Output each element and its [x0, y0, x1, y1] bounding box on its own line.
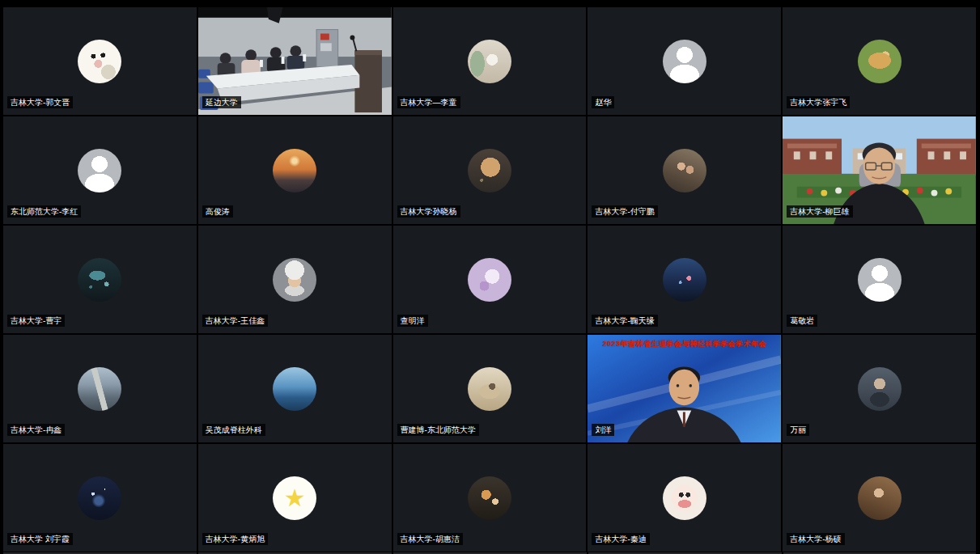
avatar-planet — [468, 149, 511, 192]
star-icon: ★ — [284, 486, 306, 510]
participant-name-label: 吉林大学-冉鑫 — [7, 424, 65, 436]
participant-name-label: 吴茂成脊柱外科 — [202, 424, 265, 436]
participant-name-label: 吉林大学-鞠天缘 — [592, 315, 657, 327]
avatar-shinchan-doodle — [663, 476, 706, 520]
blue-speaker-video-feed: 2023年吉林省生理学会与神经科学学会学术年会 — [588, 335, 781, 442]
participant-name-label: 吉林大学-杨硕 — [787, 533, 844, 545]
participant-tile[interactable]: 吉林大学-杨硕 — [783, 444, 976, 552]
avatar-photo-person — [858, 367, 902, 411]
participant-name-label: 吉林大学张宇飞 — [787, 96, 850, 108]
avatar-koi-pond — [78, 258, 121, 302]
participant-tile[interactable]: 葛敬岩 — [783, 226, 976, 333]
participant-tile[interactable]: 吉林大学—李童 — [393, 7, 587, 115]
avatar-road-photo — [78, 367, 121, 411]
participant-tile[interactable]: 吉林大学-王佳鑫 — [198, 226, 392, 333]
participant-tile[interactable]: 2023年吉林省生理学会与神经科学学会学术年会 刘洋 — [588, 335, 781, 442]
participant-tile[interactable]: 吉林大学孙晓杨 — [393, 116, 587, 224]
avatar-galaxy — [78, 476, 121, 520]
participant-tile[interactable]: 赵华 — [588, 7, 781, 115]
participant-name-label: 吉林大学-秦迪 — [592, 533, 649, 545]
participant-name-label: 吉林大学—李童 — [397, 96, 460, 108]
avatar-warm-photo — [858, 476, 902, 520]
participant-tile[interactable]: 吉林大学-付守鹏 — [588, 116, 781, 224]
participant-tile[interactable]: ★吉林大学-黄炳旭 — [198, 444, 392, 552]
avatar-default-silhouette — [663, 40, 706, 83]
participant-tile[interactable]: 延边大学 — [198, 7, 392, 115]
participant-tile[interactable]: 吉林大学-胡惠洁 — [393, 444, 587, 552]
meeting-window: 吉林大学-郭文晋 延边大学 吉林大学—李童 赵华 — [0, 0, 980, 554]
participant-tile[interactable]: 吉林大学张宇飞 — [783, 7, 976, 115]
participant-name-label: 曹建博-东北师范大学 — [397, 424, 479, 436]
participant-name-label: 吉林大学-黄炳旭 — [202, 533, 268, 545]
avatar-shiba-dog — [468, 476, 511, 520]
participant-tile[interactable]: 吉林大学 刘宇霞 — [3, 444, 197, 552]
participant-name-label: 高俊涛 — [202, 205, 233, 218]
avatar-anime-purple — [468, 258, 511, 302]
participant-name-label: 吉林大学-付守鹏 — [592, 205, 657, 218]
participant-name-label: 吉林大学-王佳鑫 — [202, 315, 268, 327]
avatar-corgi-grass — [858, 40, 902, 83]
avatar-cow-doodle — [78, 40, 121, 83]
avatar-default-silhouette — [78, 149, 121, 192]
participant-name-label: 延边大学 — [202, 96, 241, 108]
avatar-cartoon-grandpa — [273, 258, 316, 302]
participant-name-label: 查明洋 — [397, 315, 428, 327]
participant-name-label: 吉林大学-胡惠洁 — [397, 533, 463, 545]
participant-name-label: 吉林大学-曹宇 — [7, 315, 65, 327]
participant-tile[interactable]: 高俊涛 — [198, 116, 392, 224]
participant-tile[interactable]: 吉林大学-曹宇 — [3, 226, 197, 333]
participant-tile[interactable]: 吉 吉林大学-柳巨雄 — [783, 116, 976, 224]
participant-tile[interactable]: 万丽 — [783, 335, 976, 442]
avatar-default-silhouette — [858, 258, 902, 302]
participant-name-label: 东北师范大学-李红 — [7, 205, 81, 218]
participant-name-label: 吉林大学 刘宇霞 — [7, 533, 73, 545]
participant-tile[interactable]: 东北师范大学-李红 — [3, 116, 197, 224]
meeting-banner-text: 2023年吉林省生理学会与神经科学学会学术年会 — [588, 339, 781, 349]
participant-name-label: 吉林大学-郭文晋 — [7, 96, 73, 108]
participant-name-label: 吉林大学孙晓杨 — [397, 205, 460, 218]
participant-tile[interactable]: 吉林大学-冉鑫 — [3, 335, 197, 442]
video-grid: 吉林大学-郭文晋 延边大学 吉林大学—李童 赵华 — [3, 7, 976, 552]
participant-tile[interactable]: 查明洋 — [393, 226, 587, 333]
blue-speaker-video: 2023年吉林省生理学会与神经科学学会学术年会 — [588, 335, 781, 442]
participant-name-label: 赵华 — [592, 96, 614, 108]
participant-tile[interactable]: 吴茂成脊柱外科 — [198, 335, 392, 442]
participant-tile[interactable]: 吉林大学-郭文晋 — [3, 7, 197, 115]
participant-tile[interactable]: 吉林大学-秦迪 — [588, 444, 781, 552]
avatar-night-city — [663, 258, 706, 302]
participant-name-label: 吉林大学-柳巨雄 — [787, 205, 852, 218]
participant-tile[interactable]: 吉林大学-鞠天缘 — [588, 226, 781, 333]
participant-name-label: 万丽 — [787, 424, 809, 436]
participant-name-label: 刘洋 — [592, 424, 614, 436]
participant-name-label: 葛敬岩 — [787, 315, 817, 327]
avatar-photo-room — [468, 40, 511, 83]
avatar-sunset-city — [273, 149, 316, 192]
participant-tile[interactable]: 曹建博-东北师范大学 — [393, 335, 587, 442]
avatar-star-white: ★ — [273, 476, 316, 520]
avatar-beige-animal — [468, 367, 511, 411]
avatar-lake-photo — [273, 367, 316, 411]
avatar-photo-people — [663, 149, 706, 192]
